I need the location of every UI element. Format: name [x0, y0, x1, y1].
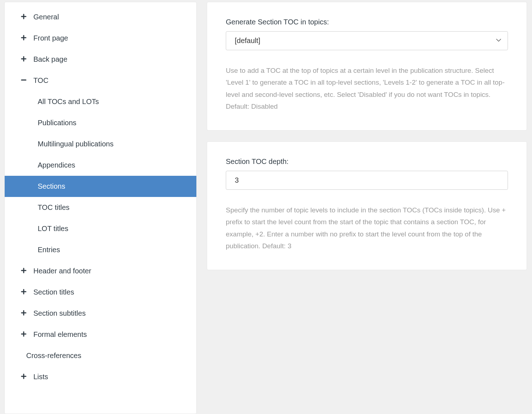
- nav-item-lists[interactable]: Lists: [5, 366, 196, 387]
- nav-item-front-page[interactable]: Front page: [5, 28, 196, 49]
- main-content: Generate Section TOC in topics: [default…: [207, 2, 527, 414]
- nav-item-section-subtitles[interactable]: Section subtitles: [5, 303, 196, 324]
- collapse-icon[interactable]: [20, 76, 27, 85]
- nav-item-label: Cross-references: [26, 352, 81, 360]
- nav-item-section-titles[interactable]: Section titles: [5, 282, 196, 303]
- nav-item-label: General: [33, 13, 59, 21]
- sidebar: GeneralFront pageBack pageTOCAll TOCs an…: [4, 2, 197, 414]
- nav-item-entries[interactable]: Entries: [5, 239, 196, 260]
- nav-item-appendices[interactable]: Appendices: [5, 155, 196, 176]
- nav-item-label: LOT titles: [38, 225, 68, 233]
- nav-item-label: Front page: [33, 34, 68, 42]
- expand-icon[interactable]: [20, 34, 27, 42]
- nav-item-label: Multilingual publications: [38, 140, 113, 148]
- nav-item-label: TOC titles: [38, 203, 70, 212]
- nav-item-label: Back page: [33, 55, 67, 63]
- nav-item-back-page[interactable]: Back page: [5, 49, 196, 70]
- nav-item-formal-elements[interactable]: Formal elements: [5, 324, 196, 345]
- generate-section-toc-select[interactable]: [default]: [226, 31, 508, 50]
- nav-item-label: Lists: [33, 373, 48, 381]
- section-toc-depth-help: Specify the number of topic levels to in…: [226, 204, 508, 252]
- nav-item-all-tocs-and-lots[interactable]: All TOCs and LOTs: [5, 91, 196, 112]
- nav-item-label: Section subtitles: [33, 309, 86, 317]
- section-toc-depth-label: Section TOC depth:: [226, 157, 508, 166]
- nav-item-publications[interactable]: Publications: [5, 112, 196, 133]
- nav-item-label: Entries: [38, 246, 60, 254]
- nav-item-label: Appendices: [38, 161, 75, 169]
- nav-item-sections[interactable]: Sections: [5, 176, 196, 197]
- nav-item-lot-titles[interactable]: LOT titles: [5, 218, 196, 239]
- section-toc-depth-input[interactable]: [226, 171, 508, 190]
- nav-item-label: Header and footer: [33, 267, 91, 275]
- nav-item-label: All TOCs and LOTs: [38, 98, 99, 106]
- generate-section-toc-label: Generate Section TOC in topics:: [226, 18, 508, 26]
- expand-icon[interactable]: [20, 288, 27, 296]
- expand-icon[interactable]: [20, 13, 27, 21]
- expand-icon[interactable]: [20, 373, 27, 381]
- section-toc-depth-card: Section TOC depth: Specify the number of…: [207, 141, 527, 270]
- expand-icon[interactable]: [20, 267, 27, 275]
- expand-icon[interactable]: [20, 330, 27, 339]
- nav-item-label: Formal elements: [33, 330, 87, 339]
- nav-item-cross-references[interactable]: Cross-references: [5, 345, 196, 366]
- expand-icon[interactable]: [20, 55, 27, 63]
- expand-icon[interactable]: [20, 309, 27, 317]
- nav-item-general[interactable]: General: [5, 6, 196, 28]
- nav-item-label: TOC: [33, 76, 48, 85]
- nav-item-toc[interactable]: TOC: [5, 70, 196, 91]
- generate-section-toc-card: Generate Section TOC in topics: [default…: [207, 2, 527, 131]
- generate-section-toc-help: Use to add a TOC at the top of topics at…: [226, 65, 508, 112]
- nav-item-header-and-footer[interactable]: Header and footer: [5, 260, 196, 282]
- select-value[interactable]: [default]: [226, 31, 508, 50]
- nav-item-multilingual-publications[interactable]: Multilingual publications: [5, 133, 196, 155]
- nav-item-label: Publications: [38, 119, 76, 127]
- nav-item-label: Sections: [38, 182, 65, 190]
- nav-item-toc-titles[interactable]: TOC titles: [5, 197, 196, 218]
- nav-item-label: Section titles: [33, 288, 74, 296]
